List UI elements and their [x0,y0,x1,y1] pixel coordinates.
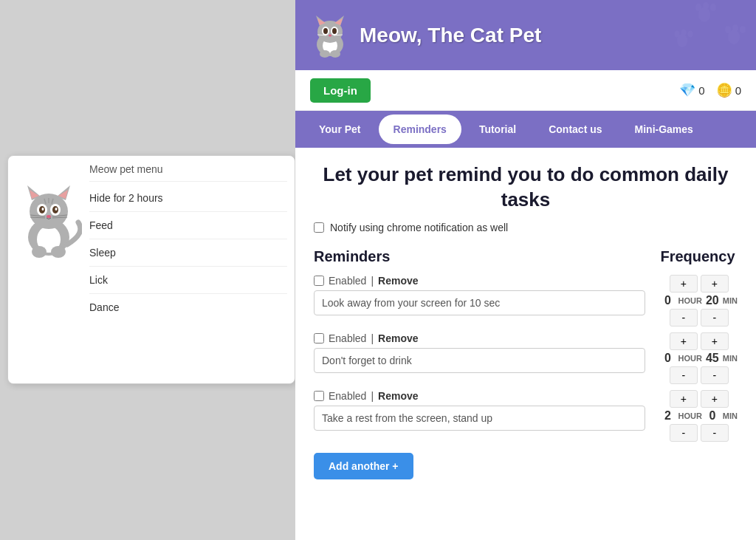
gem-icon: 💎 [679,82,695,98]
svg-point-48 [675,31,680,38]
reminder-2-min-label: MIN [723,354,738,363]
app-title: Meow, The Cat Pet [360,24,541,47]
menu-item-sleep[interactable]: Sleep [89,239,287,267]
reminder-3-enabled-label: Enabled [329,390,366,402]
header-cat [310,11,351,59]
reminders-header: Reminders [314,248,645,265]
svg-point-44 [725,26,731,33]
reminder-2-min-minus[interactable]: - [701,366,729,384]
reminder-2-enabled-label: Enabled [329,332,366,344]
separator-3: | [371,390,374,402]
menu-item-dance[interactable]: Dance [89,294,287,321]
app-header: Meow, The Cat Pet [295,0,756,70]
coins-display: 🪙 0 [716,82,741,98]
main-content: Let your pet remind you to do common dai… [295,148,756,494]
reminder-2-controls: Enabled | Remove [314,332,645,344]
reminders-grid: Reminders Frequency Enabled | Remove + + [314,248,738,442]
reminder-3-hour-val: 2 [660,409,675,423]
svg-point-18 [32,246,47,258]
add-another-button[interactable]: Add another + [314,453,413,479]
menu-item-lick[interactable]: Lick [89,267,287,294]
top-bar: Log-in 💎 0 🪙 0 [295,70,756,111]
reminder-3-remove-btn[interactable]: Remove [378,390,418,402]
nav-tutorial[interactable]: Tutorial [464,115,531,144]
reminder-1-min-plus[interactable]: + [701,275,729,293]
svg-point-50 [688,31,693,38]
reminder-3-checkbox[interactable] [314,391,324,401]
svg-point-32 [323,28,328,34]
reminder-3-input[interactable] [314,406,645,431]
nav-mini-games[interactable]: Mini-Games [620,115,708,144]
reminder-1-min-minus[interactable]: - [701,309,729,327]
reminder-1-enabled-label: Enabled [329,275,366,287]
svg-point-49 [681,30,687,36]
svg-point-41 [703,2,709,10]
reminder-1-hour-val: 0 [660,294,675,307]
reminder-3-min-minus[interactable]: - [701,424,729,442]
reminder-2-hour-label: HOUR [678,354,701,363]
reminder-1-min-val: 20 [705,294,720,307]
page-title: Let your pet remind you to do common dai… [314,163,738,213]
reminder-2-frequency: + + 0 HOUR 45 MIN - - [660,332,738,384]
reminder-2-freq-minus-row: - - [670,366,729,384]
chrome-notify-row: Notify using chrome notification as well [314,222,738,233]
svg-point-33 [332,28,337,34]
nav-reminders[interactable]: Reminders [379,115,461,144]
svg-point-34 [329,35,331,37]
reminder-1-freq-val-row: 0 HOUR 20 MIN [660,294,738,307]
reminder-3-freq-plus-row: + + [670,390,729,408]
chrome-notify-label: Notify using chrome notification as well [330,222,508,233]
nav-contact-us[interactable]: Contact us [534,115,616,144]
reminder-3-frequency: + + 2 HOUR 0 MIN - - [660,390,738,442]
reminder-1: Enabled | Remove [314,275,645,315]
svg-point-40 [695,4,701,11]
reminder-2-hour-minus[interactable]: - [670,366,698,384]
svg-point-13 [47,215,51,218]
cat-image [16,178,82,259]
reminder-3-hour-plus[interactable]: + [670,390,698,408]
reminder-2-remove-btn[interactable]: Remove [378,332,418,344]
svg-point-12 [55,208,58,211]
reminder-2-checkbox[interactable] [314,333,324,344]
reminder-2: Enabled | Remove [314,332,645,373]
reminder-3-freq-minus-row: - - [670,424,729,442]
cat-widget-panel: Meow pet menu Hide for 2 hours Feed Slee… [7,155,295,384]
reminder-1-input[interactable] [314,290,645,315]
reminder-3-min-plus[interactable]: + [701,390,729,408]
separator-1: | [371,275,374,287]
gems-count: 0 [698,84,704,97]
svg-point-37 [320,50,330,58]
svg-point-45 [732,24,738,32]
reminder-1-checkbox[interactable] [314,276,324,286]
login-button[interactable]: Log-in [310,78,371,103]
reminder-3-min-label: MIN [723,411,738,420]
reminder-1-hour-plus[interactable]: + [670,275,698,293]
reminder-3-hour-label: HOUR [678,411,701,420]
reminder-1-frequency: + + 0 HOUR 20 MIN - - [660,275,738,327]
pet-menu-title: Meow pet menu [89,163,287,182]
separator-2: | [371,332,374,344]
reminder-3-controls: Enabled | Remove [314,390,645,402]
reminder-1-min-label: MIN [723,296,738,305]
reminder-3-hour-minus[interactable]: - [670,424,698,442]
reminder-1-hour-minus[interactable]: - [670,309,698,327]
reminder-2-hour-plus[interactable]: + [670,332,698,350]
menu-item-feed[interactable]: Feed [89,212,287,239]
reminder-3-min-val: 0 [705,409,720,423]
svg-point-46 [740,26,746,33]
reminder-2-freq-val-row: 0 HOUR 45 MIN [660,352,738,365]
reminder-1-freq-plus-row: + + [670,275,729,293]
coins-count: 0 [735,84,741,97]
reminder-1-hour-label: HOUR [678,296,701,305]
reminder-2-input[interactable] [314,348,645,373]
nav-your-pet[interactable]: Your Pet [304,115,376,144]
menu-item-hide[interactable]: Hide for 2 hours [89,185,287,212]
svg-point-19 [51,246,66,258]
svg-point-38 [330,50,340,58]
reminder-2-min-val: 45 [705,352,720,365]
reminder-1-remove-btn[interactable]: Remove [378,275,418,287]
reminder-2-min-plus[interactable]: + [701,332,729,350]
chrome-notify-checkbox[interactable] [314,222,324,233]
reminder-1-controls: Enabled | Remove [314,275,645,287]
reminder-3: Enabled | Remove [314,390,645,431]
